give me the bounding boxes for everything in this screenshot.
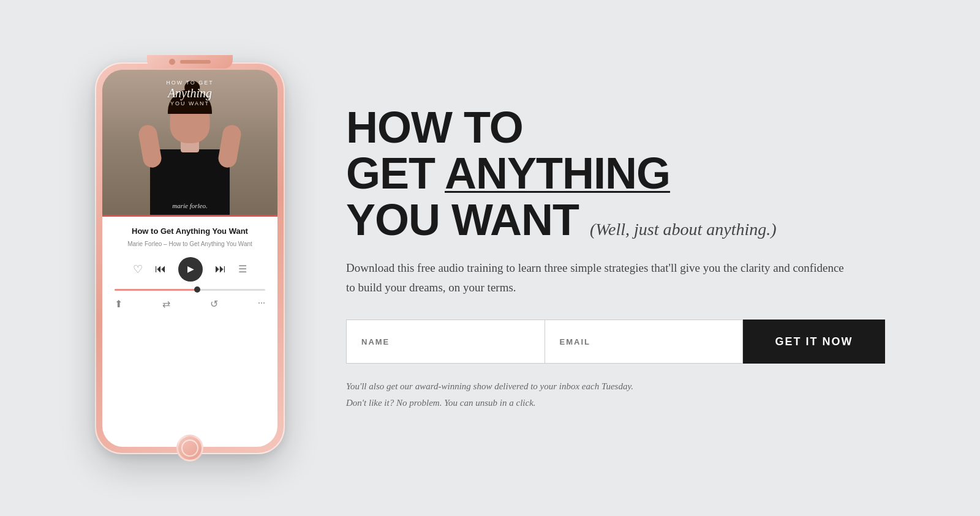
phone-home-inner	[181, 439, 198, 457]
track-subtitle: Marie Forleo – How to Get Anything You W…	[127, 241, 252, 247]
progress-thumb	[194, 286, 200, 293]
fine-print: You'll also get our award-winning show d…	[346, 378, 885, 411]
album-author-text: marie forleo.	[102, 202, 277, 209]
page-container: HOW TO GET Anything YOU WANT marie forle…	[0, 0, 980, 516]
signup-form: GET IT NOW	[346, 320, 885, 364]
fast-forward-icon[interactable]: ⏭	[215, 263, 226, 275]
repeat-icon[interactable]: ↺	[210, 298, 218, 310]
email-input[interactable]	[545, 320, 744, 364]
album-how-to-get-text: HOW TO GET	[112, 80, 268, 86]
playlist-icon[interactable]: ☰	[238, 263, 247, 275]
phone-home-button[interactable]	[176, 435, 203, 462]
phone-speaker-icon	[180, 60, 211, 64]
fine-print-line1: You'll also get our award-winning show d…	[346, 378, 885, 395]
heading-line1: HOW TO	[346, 105, 885, 151]
heading-line2: GET ANYTHING	[346, 151, 885, 197]
album-text: HOW TO GET Anything YOU WANT	[102, 70, 277, 116]
phone-section: HOW TO GET Anything YOU WANT marie forle…	[95, 62, 285, 454]
name-input[interactable]	[346, 320, 545, 364]
play-button[interactable]: ▶	[178, 257, 203, 282]
phone-frame: HOW TO GET Anything YOU WANT marie forle…	[95, 62, 285, 454]
main-heading: HOW TO GET ANYTHING YOU WANT (Well, just…	[346, 105, 885, 244]
heading-subtitle: (Well, just about anything.)	[590, 220, 777, 238]
phone-top-bar	[147, 55, 233, 69]
player-area: How to Get Anything You Want Marie Forle…	[102, 217, 277, 447]
progress-bar[interactable]	[115, 289, 265, 291]
album-art: HOW TO GET Anything YOU WANT marie forle…	[102, 70, 277, 217]
progress-fill	[115, 289, 197, 291]
track-title: How to Get Anything You Want	[132, 226, 248, 236]
heading-get-text: GET	[346, 151, 435, 197]
rewind-icon[interactable]: ⏮	[155, 263, 166, 275]
description-text: Download this free audio training to lea…	[346, 258, 848, 298]
album-anything-text: Anything	[112, 87, 268, 99]
player-controls[interactable]: ♡ ⏮ ▶ ⏭ ☰	[133, 257, 247, 282]
share-icon[interactable]: ⬆	[115, 298, 123, 310]
heading-line3: YOU WANT (Well, just about anything.)	[346, 197, 885, 244]
phone-screen: HOW TO GET Anything YOU WANT marie forle…	[102, 70, 277, 447]
album-you-want-text: YOU WANT	[112, 100, 268, 107]
more-icon[interactable]: ···	[258, 298, 265, 309]
heart-icon[interactable]: ♡	[133, 263, 143, 276]
player-actions: ⬆ ⇄ ↺ ···	[115, 298, 265, 310]
fine-print-line2: Don't like it? No problem. You can unsub…	[346, 395, 885, 411]
heading-you-want-text: YOU WANT	[346, 197, 579, 244]
shuffle-icon[interactable]: ⇄	[162, 298, 170, 310]
content-section: HOW TO GET ANYTHING YOU WANT (Well, just…	[334, 105, 885, 411]
phone-camera-icon	[169, 59, 175, 65]
heading-anything-text: ANYTHING	[445, 151, 670, 197]
submit-button[interactable]: GET IT NOW	[743, 320, 885, 364]
